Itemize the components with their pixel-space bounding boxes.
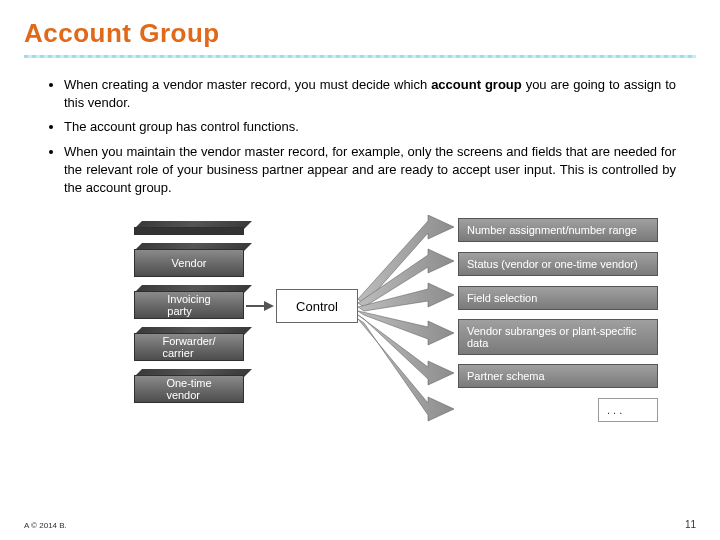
fan-label: Field selection (458, 286, 658, 310)
bullet-list: When creating a vendor master record, yo… (24, 76, 696, 197)
slide: Account Group When creating a vendor mas… (0, 0, 720, 540)
bullet-1-pre: When creating a vendor master record, yo… (64, 77, 431, 92)
fan-label: Vendor subranges or plant-specific data (458, 319, 658, 355)
fan-label: Partner schema (458, 364, 658, 388)
fan-item-partner: Partner schema (358, 361, 658, 391)
fan-item-status: Status (vendor or one-time vendor) (358, 249, 658, 279)
fan-label: Number assignment/number range (458, 218, 658, 242)
stack-item-vendor: Vendor (134, 243, 244, 279)
page-number: 11 (685, 519, 696, 530)
fan-item-more: . . . (358, 395, 658, 425)
stack-label: Forwarder/ carrier (134, 333, 244, 361)
bullet-item-3: When you maintain the vendor master reco… (64, 143, 676, 198)
stack-label: Vendor (134, 249, 244, 277)
stack-item-forwarder: Forwarder/ carrier (134, 327, 244, 363)
fan-item-number: Number assignment/number range (358, 215, 658, 245)
stack-cap (134, 221, 244, 237)
fan-item-fieldsel: Field selection (358, 283, 658, 313)
control-box: Control (276, 289, 358, 323)
fan-item-subrange: Vendor subranges or plant-specific data (358, 317, 658, 357)
stack-label: Invoicing party (134, 291, 244, 319)
stack-item-invoicing: Invoicing party (134, 285, 244, 321)
diagram: Vendor Invoicing party Forwarder/ carrie… (134, 215, 654, 435)
page-title: Account Group (24, 18, 696, 49)
fan-label: . . . (598, 398, 658, 422)
fan-list: Number assignment/number range Status (v… (358, 215, 658, 429)
bullet-item-2: The account group has control functions. (64, 118, 676, 136)
stack-item-onetime: One-time vendor (134, 369, 244, 405)
title-divider (24, 55, 696, 58)
bullet-1-emph: account group (431, 77, 522, 92)
bullet-item-1: When creating a vendor master record, yo… (64, 76, 676, 112)
footer-copyright: A © 2014 B. (24, 521, 67, 530)
role-stack: Vendor Invoicing party Forwarder/ carrie… (134, 221, 244, 411)
stack-label: One-time vendor (134, 375, 244, 403)
fan-label: Status (vendor or one-time vendor) (458, 252, 658, 276)
arrow-stack-to-control (246, 301, 276, 311)
